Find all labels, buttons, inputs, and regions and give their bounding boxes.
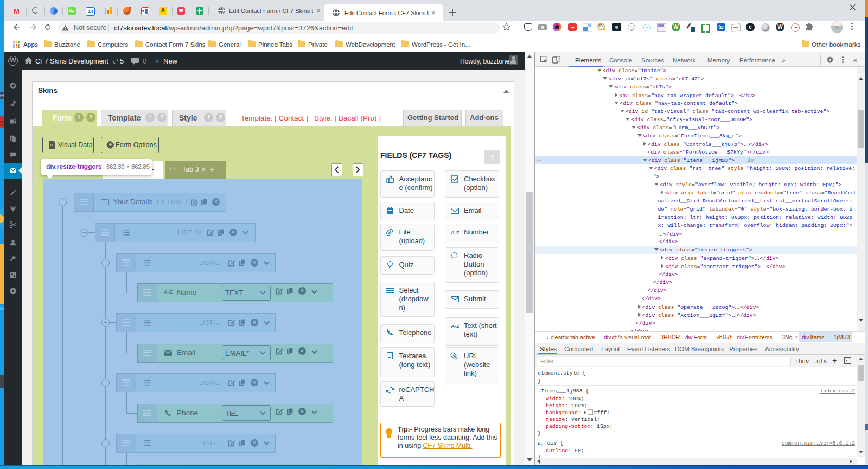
svg-text:‹›: ‹› [50,143,53,148]
svg-text:3: 3 [122,233,124,236]
